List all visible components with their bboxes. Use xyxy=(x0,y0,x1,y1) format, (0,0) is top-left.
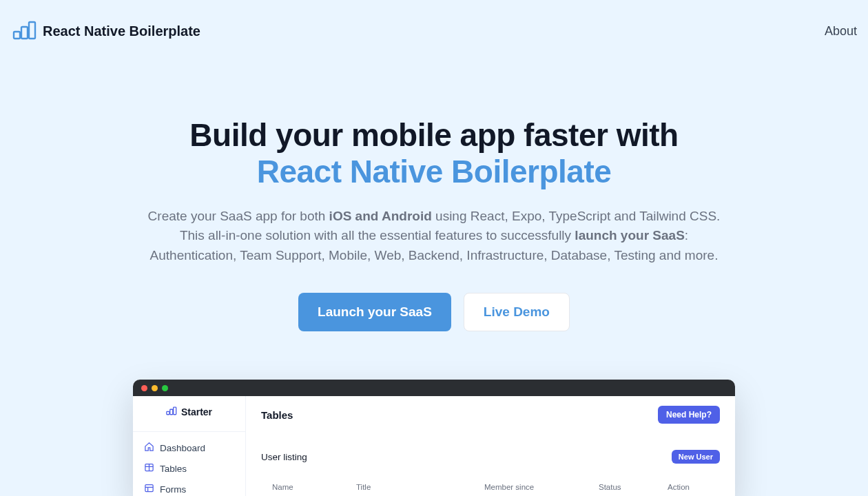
column-header-title: Title xyxy=(356,483,484,491)
sidebar-item-label: Tables xyxy=(160,464,187,474)
site-header: React Native Boilerplate About xyxy=(0,0,868,62)
column-header-member: Member since xyxy=(484,483,599,491)
traffic-light-min-icon xyxy=(152,385,158,391)
page-title: Tables xyxy=(261,409,293,421)
svg-rect-1 xyxy=(21,27,28,39)
sidebar-item-label: Dashboard xyxy=(160,443,205,453)
sidebar-item-forms[interactable]: Forms xyxy=(133,479,245,496)
bars-logo-icon xyxy=(166,406,177,417)
hero-description: Create your SaaS app for both iOS and An… xyxy=(93,207,775,266)
hero-title: Build your mobile app faster with React … xyxy=(72,117,796,190)
svg-rect-9 xyxy=(145,485,153,492)
svg-rect-2 xyxy=(29,22,35,39)
svg-rect-5 xyxy=(174,407,176,415)
sidebar-brand[interactable]: Starter xyxy=(133,406,245,432)
bars-logo-icon xyxy=(12,19,37,43)
need-help-button[interactable]: Need Help? xyxy=(658,406,720,424)
svg-rect-3 xyxy=(167,412,169,415)
window-titlebar xyxy=(133,380,735,396)
section-title: User listing xyxy=(261,452,307,462)
preview-main: Tables Need Help? User listing New User … xyxy=(246,396,735,496)
app-preview: Starter Dashboard xyxy=(133,380,735,496)
table-icon xyxy=(144,462,154,475)
hero-title-line1: Build your mobile app faster with xyxy=(189,117,678,153)
cta-row: Launch your SaaS Live Demo xyxy=(72,293,796,331)
sidebar-brand-text: Starter xyxy=(181,406,212,417)
sidebar-item-label: Forms xyxy=(160,484,186,495)
hero-title-line2: React Native Boilerplate xyxy=(257,154,612,189)
traffic-light-close-icon xyxy=(141,385,147,391)
brand[interactable]: React Native Boilerplate xyxy=(12,19,200,43)
traffic-light-max-icon xyxy=(162,385,168,391)
form-icon xyxy=(144,483,154,495)
sidebar-item-dashboard[interactable]: Dashboard xyxy=(133,437,245,458)
live-demo-button[interactable]: Live Demo xyxy=(464,293,570,331)
new-user-button[interactable]: New User xyxy=(672,450,720,464)
table-header: Name Title Member since Status Action xyxy=(261,479,720,491)
svg-rect-0 xyxy=(14,32,20,39)
column-header-action: Action xyxy=(668,483,709,491)
preview-window: Starter Dashboard xyxy=(133,380,735,496)
column-header-name: Name xyxy=(272,483,356,491)
brand-text: React Native Boilerplate xyxy=(43,23,200,39)
column-header-status: Status xyxy=(599,483,668,491)
preview-sidebar: Starter Dashboard xyxy=(133,396,246,496)
svg-rect-4 xyxy=(170,410,173,415)
launch-saas-button[interactable]: Launch your SaaS xyxy=(298,293,451,331)
nav-about-link[interactable]: About xyxy=(825,24,857,39)
home-icon xyxy=(144,442,154,454)
sidebar-item-tables[interactable]: Tables xyxy=(133,458,245,479)
hero-section: Build your mobile app faster with React … xyxy=(45,62,823,331)
